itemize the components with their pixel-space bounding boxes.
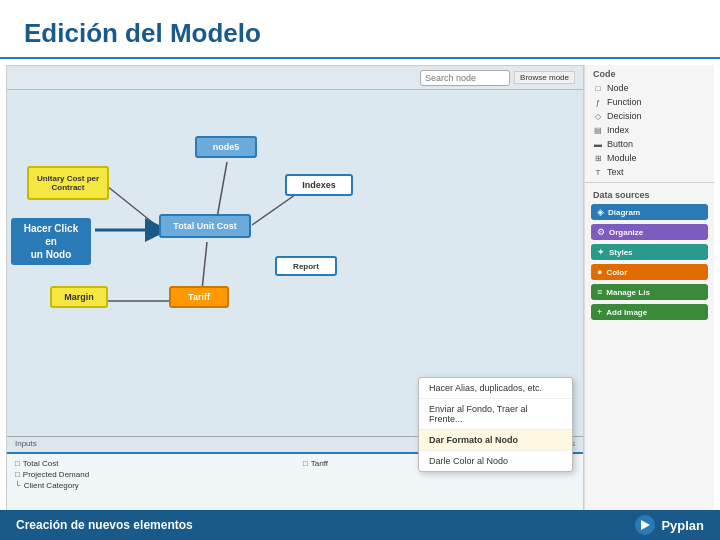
projected-demand-label: Projected Demand — [23, 470, 89, 479]
organize-button[interactable]: ⚙ Organize — [591, 224, 708, 240]
client-category-icon: └ — [15, 481, 21, 490]
add-image-icon: + — [597, 307, 602, 317]
context-menu-alias[interactable]: Hacer Alias, duplicados, etc. — [419, 378, 572, 399]
node-report[interactable]: Report — [275, 256, 337, 276]
button-icon: ▬ — [593, 139, 603, 149]
search-input[interactable] — [420, 70, 510, 86]
footer: Creación de nuevos elementos Pyplan — [0, 510, 720, 540]
context-menu-send[interactable]: Enviar al Fondo, Traer al Frente... — [419, 399, 572, 430]
node-item-label: Node — [607, 83, 629, 93]
hacer-click-label: Hacer Click en un Nodo — [11, 218, 91, 265]
right-item-node[interactable]: □ Node — [585, 81, 714, 95]
svg-line-3 — [202, 242, 207, 290]
node-total-unit-cost[interactable]: Total Unit Cost — [159, 214, 251, 238]
tariff-output-label: Tariff — [311, 459, 328, 468]
pyplan-icon — [633, 513, 657, 537]
node-icon: □ — [593, 83, 603, 93]
decision-icon: ◇ — [593, 111, 603, 121]
tariff-icon: □ — [303, 459, 308, 468]
code-section-title: Code — [585, 65, 714, 81]
organize-icon: ⚙ — [597, 227, 605, 237]
context-menu: Hacer Alias, duplicados, etc. Enviar al … — [418, 377, 573, 472]
text-item-label: Text — [607, 167, 624, 177]
node-tariff[interactable]: Tariff — [169, 286, 229, 308]
right-item-function[interactable]: ƒ Function — [585, 95, 714, 109]
manage-icon: ≡ — [597, 287, 602, 297]
middle-label — [202, 439, 389, 448]
pyplan-label: Pyplan — [661, 518, 704, 533]
styles-icon: ✦ — [597, 247, 605, 257]
color-label: Color — [606, 268, 627, 277]
context-menu-format[interactable]: Dar Formato al Nodo — [419, 430, 572, 451]
diagram-label: Diagram — [608, 208, 640, 217]
input-total-cost: □ Total Cost — [15, 458, 287, 469]
input-client-category: └ Client Category — [15, 480, 287, 491]
main-content: Browse mode — [0, 59, 720, 539]
node-margin[interactable]: Margin — [50, 286, 108, 308]
add-image-button[interactable]: + Add Image — [591, 304, 708, 320]
styles-button[interactable]: ✦ Styles — [591, 244, 708, 260]
styles-label: Styles — [609, 248, 633, 257]
right-item-decision[interactable]: ◇ Decision — [585, 109, 714, 123]
color-icon: ● — [597, 267, 602, 277]
right-item-module[interactable]: ⊞ Module — [585, 151, 714, 165]
add-image-label: Add Image — [606, 308, 647, 317]
page-title: Edición del Modelo — [24, 18, 261, 48]
divider-1 — [585, 182, 714, 183]
color-button[interactable]: ● Color — [591, 264, 708, 280]
inputs-label: Inputs — [15, 439, 202, 448]
editor-toolbar: Browse mode — [7, 66, 583, 90]
data-sources-title: Data sources — [585, 186, 714, 202]
right-item-text[interactable]: T Text — [585, 165, 714, 179]
right-panel: Code □ Node ƒ Function ◇ Decision ▤ Inde… — [584, 65, 714, 533]
projected-demand-icon: □ — [15, 470, 20, 479]
total-cost-icon: □ — [15, 459, 20, 468]
client-category-label: Client Category — [24, 481, 79, 490]
function-item-label: Function — [607, 97, 642, 107]
svg-line-0 — [107, 186, 162, 230]
right-item-button[interactable]: ▬ Button — [585, 137, 714, 151]
input-projected-demand: □ Projected Demand — [15, 469, 287, 480]
page-header: Edición del Modelo — [0, 0, 720, 59]
index-icon: ▤ — [593, 125, 603, 135]
editor-panel: Browse mode — [6, 65, 584, 533]
node-indexes[interactable]: Indexes — [285, 174, 353, 196]
module-item-label: Module — [607, 153, 637, 163]
module-icon: ⊞ — [593, 153, 603, 163]
right-item-index[interactable]: ▤ Index — [585, 123, 714, 137]
text-icon: T — [593, 167, 603, 177]
pyplan-logo: Pyplan — [633, 513, 704, 537]
manage-button[interactable]: ≡ Manage Lis — [591, 284, 708, 300]
manage-label: Manage Lis — [606, 288, 650, 297]
canvas-area: Hacer Click en un Nodo Unitary Cost per … — [7, 90, 583, 532]
diagram-button[interactable]: ◈ Diagram — [591, 204, 708, 220]
index-item-label: Index — [607, 125, 629, 135]
browse-mode-button[interactable]: Browse mode — [514, 71, 575, 84]
organize-label: Organize — [609, 228, 643, 237]
function-icon: ƒ — [593, 97, 603, 107]
footer-text: Creación de nuevos elementos — [16, 518, 193, 532]
node-unitary-cost[interactable]: Unitary Cost per Contract — [27, 166, 109, 200]
svg-line-1 — [217, 162, 227, 218]
decision-item-label: Decision — [607, 111, 642, 121]
total-cost-label: Total Cost — [23, 459, 59, 468]
diagram-icon: ◈ — [597, 207, 604, 217]
node-node5[interactable]: node5 — [195, 136, 257, 158]
context-menu-color[interactable]: Darle Color al Nodo — [419, 451, 572, 471]
button-item-label: Button — [607, 139, 633, 149]
